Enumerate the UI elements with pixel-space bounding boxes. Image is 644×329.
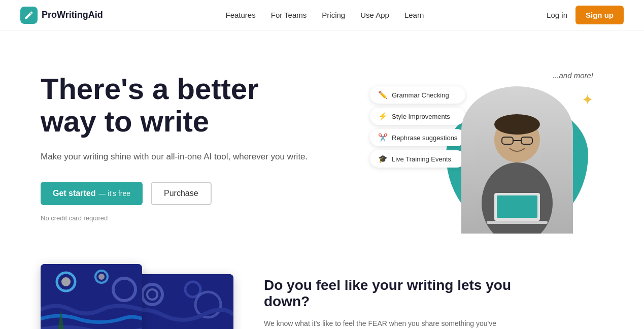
svg-rect-7 (497, 195, 537, 218)
brand-name: ProWritingAid (42, 10, 103, 20)
hero-subtitle: Make your writing shine with our all-in-… (41, 150, 308, 163)
section-two-body: We know what it's like to feel the FEAR … (264, 318, 518, 329)
purchase-button[interactable]: Purchase (151, 182, 212, 205)
no-credit-card-text: No credit card required (41, 214, 308, 222)
login-button[interactable]: Log in (547, 11, 567, 19)
badge-training: 🎓 Live Training Events (370, 150, 465, 168)
hero-title: There's a better way to write (41, 73, 308, 138)
nav-links: Features For Teams Pricing Use App Learn (226, 11, 424, 20)
hero-left: There's a better way to write Make your … (41, 73, 308, 222)
style-icon: ⚡ (378, 112, 388, 121)
nav-actions: Log in Sign up (547, 6, 624, 24)
svg-point-18 (98, 274, 105, 280)
nav-for-teams[interactable]: For Teams (271, 11, 307, 19)
hero-buttons: Get started — it's free Purchase (41, 182, 308, 205)
nav-pricing[interactable]: Pricing (322, 11, 345, 19)
section-two-title: Do you feel like your writing lets you d… (264, 277, 518, 310)
badge-style: ⚡ Style Improvements (370, 108, 465, 125)
svg-point-16 (61, 277, 71, 286)
logo-icon (20, 7, 38, 24)
get-started-button[interactable]: Get started — it's free (41, 182, 143, 205)
signup-button[interactable]: Sign up (575, 6, 624, 24)
logo-link[interactable]: ProWritingAid (20, 7, 103, 24)
nav-features[interactable]: Features (226, 11, 256, 19)
person-figure (461, 86, 573, 234)
more-text: ...and more! (553, 71, 593, 80)
hero-illustration: ✏️ Grammar Checking ⚡ Style Improvements… (370, 61, 603, 234)
badge-rephrase: ✂️ Rephrase suggestions (370, 129, 465, 146)
badge-grammar: ✏️ Grammar Checking (370, 86, 465, 104)
feature-badges: ✏️ Grammar Checking ⚡ Style Improvements… (370, 86, 465, 168)
grammar-icon: ✏️ (378, 90, 388, 100)
section-two-right: Do you feel like your writing lets you d… (264, 277, 518, 329)
hero-section: There's a better way to write Make your … (0, 30, 644, 254)
nav-use-app[interactable]: Use App (360, 11, 389, 19)
training-icon: 🎓 (378, 154, 388, 163)
nav-learn[interactable]: Learn (404, 11, 424, 19)
rephrase-icon: ✂️ (378, 133, 388, 142)
svg-point-2 (494, 114, 540, 135)
navbar: ProWritingAid Features For Teams Pricing… (0, 0, 644, 30)
sparkle-icon: ✦ (582, 91, 593, 108)
section-two: My idea in my head Do you feel like your… (0, 254, 644, 329)
painting-main (41, 264, 142, 329)
painting-area: My idea in my head (41, 264, 233, 329)
svg-rect-14 (41, 264, 142, 329)
svg-rect-8 (487, 221, 548, 224)
free-label: — it's free (98, 189, 130, 198)
